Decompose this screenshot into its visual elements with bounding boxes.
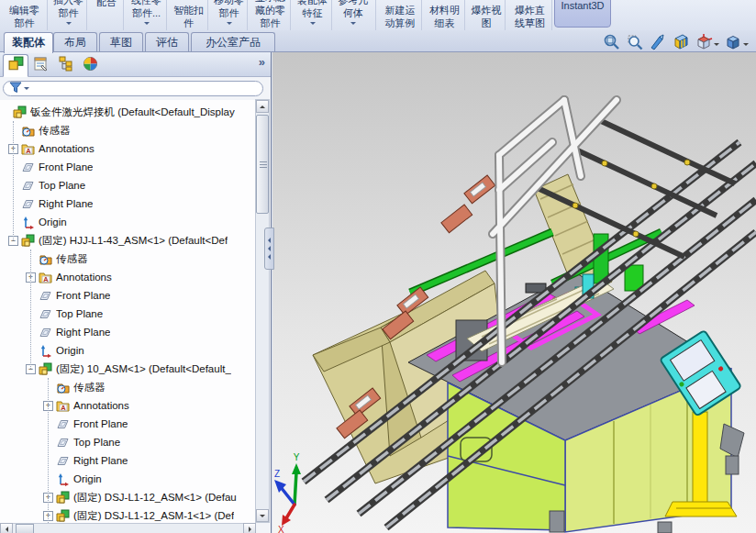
triad-y-label: Y <box>294 452 300 462</box>
tab-assembly[interactable]: 装配体 <box>4 32 53 53</box>
tree-item[interactable]: +AAnnotations <box>0 396 256 415</box>
edit-component-button[interactable]: 编辑零部件 <box>2 0 47 30</box>
tab-sketch[interactable]: 草图 <box>99 32 143 51</box>
tree-item-label: Front Plane <box>39 161 93 172</box>
assembly-features-button[interactable]: 装配体特征 <box>293 0 332 30</box>
tree-item-label: Front Plane <box>56 290 110 301</box>
scroll-thumb[interactable] <box>256 115 269 214</box>
scroll-up-button[interactable] <box>256 100 269 113</box>
machine-model[interactable] <box>272 52 756 533</box>
exploded-view-button[interactable]: 爆炸视图 <box>467 0 506 30</box>
feature-manager-panel: » 钣金件激光焊接机 (Default<Default_Display传感器+A… <box>0 52 272 533</box>
scroll-left-button[interactable] <box>0 523 13 533</box>
dropdown-arrow-icon[interactable] <box>144 22 150 28</box>
sensors-icon <box>56 381 71 394</box>
button-label: 细表 <box>435 17 455 29</box>
tree-item[interactable]: Right Plane <box>0 451 256 470</box>
show-hidden-components-button[interactable]: 显示隐藏的零部件 <box>250 0 291 30</box>
svg-text:A: A <box>61 404 66 412</box>
plane-icon <box>39 307 53 321</box>
heads-up-view-toolbar <box>603 34 749 54</box>
annotations-icon: A <box>56 399 71 413</box>
tree-item[interactable]: Top Plane <box>0 433 256 451</box>
tree-item[interactable]: 传感器 <box>0 378 256 396</box>
hscroll-thumb[interactable] <box>16 524 34 533</box>
tree-item[interactable]: Origin <box>0 341 256 360</box>
sensors-icon <box>21 124 36 138</box>
tree-horizontal-scrollbar[interactable] <box>0 523 256 533</box>
insert-component-button[interactable]: 插入零部件 <box>50 0 87 30</box>
tree-item[interactable]: 传感器 <box>0 121 256 139</box>
tab-office-products[interactable]: 办公室产品 <box>191 32 275 51</box>
instant3d-button[interactable]: Instant3D <box>554 0 611 28</box>
tree-item[interactable]: +AAnnotations <box>0 268 256 286</box>
tree-item[interactable]: −(固定) 10_ASM<1> (Default<Default_ <box>0 360 256 378</box>
mate-button[interactable]: 配合 <box>89 0 124 26</box>
tree-item[interactable]: +(固定) DSJ-L1-12_ASM<1> (Defau <box>0 488 256 506</box>
ribbon-group-separator <box>207 0 208 30</box>
configurationmanager-tab[interactable] <box>52 54 78 77</box>
tree-item-label: 钣金件激光焊接机 (Default<Default_Display <box>30 105 235 119</box>
dropdown-arrow-icon[interactable] <box>227 22 232 28</box>
tree-item[interactable]: Right Plane <box>0 194 256 213</box>
tree-item[interactable]: +(固定) DSJ-L1-12_ASM-1<1> (Def <box>0 506 256 523</box>
sensors-icon <box>39 252 53 266</box>
dropdown-arrow-icon[interactable] <box>350 22 356 28</box>
tree-item[interactable]: Top Plane <box>0 305 256 323</box>
tree-item-label: Right Plane <box>73 455 128 466</box>
panel-collapse-handle[interactable] <box>264 228 274 270</box>
tree-item[interactable]: Top Plane <box>0 176 256 194</box>
dropdown-arrow-icon[interactable] <box>714 43 719 49</box>
featuremanager-tab[interactable] <box>3 54 28 77</box>
linear-component-pattern-button[interactable]: 线性零部件... <box>126 0 167 30</box>
panel-overflow-chevron[interactable]: » <box>259 55 265 69</box>
tree-item[interactable]: −(固定) HJJ-L1-43_ASM<1> (Default<Def <box>0 231 256 250</box>
tree-item[interactable]: Right Plane <box>0 323 256 341</box>
tree-item[interactable]: 传感器 <box>0 250 256 268</box>
tree-item-label: (固定) DSJ-L1-12_ASM-1<1> (Def <box>73 509 234 523</box>
displaymanager-tab[interactable] <box>77 54 103 77</box>
reference-geometry-button[interactable]: 参考几何体 <box>334 0 372 30</box>
button-label: 参考几 <box>339 0 369 6</box>
tree-item-label: Top Plane <box>39 180 85 191</box>
tree-item[interactable]: Origin <box>0 213 256 231</box>
tree-item[interactable]: Front Plane <box>0 158 256 176</box>
filter-funnel-icon <box>9 81 22 97</box>
tree-item-label: (固定) HJJ-L1-43_ASM<1> (Default<Def <box>39 234 228 248</box>
tree-item-label: Annotations <box>39 143 94 154</box>
ribbon-group-separator <box>551 0 552 30</box>
button-label: 装配体 <box>297 0 328 6</box>
propertymanager-tab[interactable] <box>28 54 53 77</box>
tree-item[interactable]: Front Plane <box>0 286 256 305</box>
tab-layout[interactable]: 布局 <box>53 32 97 51</box>
dropdown-arrow-icon[interactable] <box>743 43 749 49</box>
smart-fasteners-button[interactable]: 智能扣件 <box>169 0 208 30</box>
tab-evaluate[interactable]: 评估 <box>145 32 189 51</box>
svg-text:A: A <box>26 147 31 155</box>
command-manager-ribbon: 编辑零部件插入零部件配合线性零部件...智能扣件移动零部件显示隐藏的零部件装配体… <box>0 0 756 30</box>
assembly-icon <box>56 509 71 523</box>
explode-line-sketch-button[interactable]: 爆炸直线草图 <box>507 0 552 30</box>
tree-item-label: 传感器 <box>56 252 88 266</box>
scroll-down-button[interactable] <box>256 509 269 522</box>
dropdown-arrow-icon[interactable] <box>310 22 316 28</box>
move-component-button[interactable]: 移动零部件 <box>210 0 248 30</box>
tree-item[interactable]: +AAnnotations <box>0 139 256 158</box>
tree-item[interactable]: Front Plane <box>0 415 256 433</box>
button-label: 藏的零 <box>255 4 285 17</box>
tree-item-label: (固定) DSJ-L1-12_ASM<1> (Defau <box>73 491 237 505</box>
tree-item-label: Origin <box>39 217 67 228</box>
tree-vertical-scrollbar[interactable] <box>255 99 270 523</box>
new-motion-study-button[interactable]: 新建运动算例 <box>378 0 422 30</box>
tree-item[interactable]: Origin <box>0 470 256 488</box>
tree-item[interactable]: 钣金件激光焊接机 (Default<Default_Display <box>0 103 256 121</box>
button-label: 部件 <box>15 17 35 29</box>
origin-icon <box>21 216 36 229</box>
viewport-3d[interactable]: Y Z X <box>272 52 756 533</box>
dropdown-arrow-icon[interactable] <box>66 22 72 28</box>
button-label: 动算例 <box>385 17 416 29</box>
filter-dropdown-arrow[interactable] <box>24 87 29 93</box>
bill-of-materials-button[interactable]: 材料明细表 <box>424 0 465 30</box>
tree-filter-input[interactable] <box>3 81 263 96</box>
scroll-right-button[interactable] <box>243 523 256 533</box>
